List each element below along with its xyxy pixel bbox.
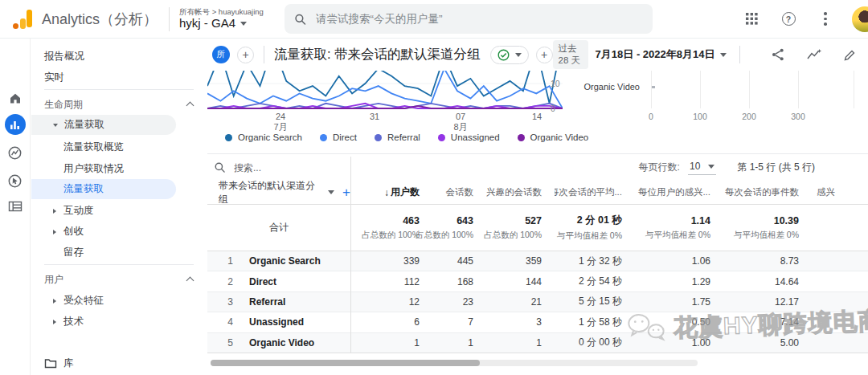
sidebar-section-lifecycle[interactable]: 生命周期 xyxy=(31,95,207,115)
collection-chip[interactable]: 所 xyxy=(212,46,230,63)
row-rank: 5 xyxy=(207,337,233,349)
insights-button[interactable] xyxy=(806,47,822,62)
cell-events_per_session: 14.64 xyxy=(723,276,812,287)
horizontal-scrollbar xyxy=(211,360,698,366)
sidebar-item-library[interactable]: 库 xyxy=(31,353,207,373)
total-users: 463占总数的 100% xyxy=(350,205,432,251)
cell-engaged_per_user: 0.50 xyxy=(635,316,723,328)
table-row: 3Referral1223215 分 15 秒1.7512.17 xyxy=(207,292,868,312)
share-button[interactable] xyxy=(771,47,785,62)
report-main: 所 + 流量获取: 带来会话的默认渠道分组 + 过去 28 天 7月18日 - … xyxy=(207,39,868,375)
sidebar-item-user-acquisition[interactable]: 用户获取情况 xyxy=(31,159,207,179)
cell-engaged_sessions: 21 xyxy=(486,296,555,308)
add-column-button[interactable]: + xyxy=(342,185,350,201)
report-title: 流量获取: 带来会话的默认渠道分组 xyxy=(274,46,481,63)
column-header-avg-engagement[interactable]: 每次会话的平均... xyxy=(555,181,635,205)
scrollbar-thumb[interactable] xyxy=(211,360,480,366)
pencil-icon xyxy=(843,48,857,62)
bar-x-tick: 0 xyxy=(639,112,663,121)
report-header: 所 + 流量获取: 带来会话的默认渠道分组 + 过去 28 天 7月18日 - … xyxy=(207,39,868,71)
cell-users: 6 xyxy=(350,316,432,328)
table-row: 4Unassigned6731 分 58 秒0.507.14 xyxy=(207,312,868,332)
column-header-sessions[interactable]: 会话数 xyxy=(432,181,486,205)
total-engaged-sessions: 527占总数的 100% xyxy=(486,205,555,251)
pagination-range: 第 1-5 行 (共 5 行) xyxy=(737,161,815,174)
bar-chart-category-label: Organic Video xyxy=(558,82,640,92)
line-series-organic-search xyxy=(207,71,563,104)
advertising-icon xyxy=(7,173,23,189)
cell-users: 12 xyxy=(350,296,432,308)
user-avatar[interactable] xyxy=(852,6,868,32)
bar-gridline xyxy=(651,71,652,108)
sidebar-item-realtime[interactable]: 实时 xyxy=(31,67,207,88)
column-header-engaged-per-user[interactable]: 每位用户的感兴... xyxy=(635,181,723,205)
org-switcher-grid-icon[interactable] xyxy=(743,10,760,28)
sidebar-item-engagement[interactable]: 互动度 xyxy=(31,201,207,221)
cell-avg_engagement: 1 分 58 秒 xyxy=(555,316,635,329)
cell-sessions: 445 xyxy=(432,255,486,267)
table-row: 2Direct1121681442 分 54 秒1.2914.64 xyxy=(207,271,868,291)
cell-users: 1 xyxy=(350,337,432,349)
sidebar-item-tech[interactable]: 技术 xyxy=(31,312,207,332)
cell-users: 339 xyxy=(350,255,432,267)
bar-chart: 0100200300 xyxy=(651,71,862,108)
account-property-selector[interactable]: 所有帐号 > huayukuajing hykj - GA4 xyxy=(179,7,264,31)
sidebar-item-monetization[interactable]: 创收 xyxy=(31,222,207,242)
cell-engaged_sessions: 359 xyxy=(486,255,555,267)
cell-engaged_per_user: 1.06 xyxy=(635,255,723,267)
legend-dot xyxy=(518,134,525,141)
legend-item: Direct xyxy=(320,132,357,142)
date-range-value[interactable]: 7月18日 - 2022年8月14日 xyxy=(596,47,715,62)
sidebar-divider xyxy=(44,264,194,265)
bar-gridline xyxy=(798,71,799,108)
column-header-events-per-session[interactable]: 每次会话的事件数 xyxy=(723,181,812,205)
rail-explore-button[interactable] xyxy=(5,142,26,163)
dimension-column-header[interactable]: 带来会话的默认渠道分组 + xyxy=(207,179,350,206)
column-header-engaged-sessions[interactable]: 感兴趣的会话数 xyxy=(486,181,555,205)
cell-sessions: 23 xyxy=(432,296,486,308)
sort-desc-icon: ↓ xyxy=(384,187,389,198)
sidebar-divider xyxy=(44,89,194,90)
sidebar-item-reports-snapshot[interactable]: 报告概况 xyxy=(31,47,207,67)
table-toolbar: 每页行数: 10 第 1-5 行 (共 5 行) xyxy=(207,154,868,181)
triangle-right-icon xyxy=(53,209,56,214)
more-options-button[interactable] xyxy=(817,10,834,28)
total-label: 合计 xyxy=(269,221,289,234)
sidebar-section-user[interactable]: 用户 xyxy=(31,270,207,290)
date-range-zone: 过去 28 天 7月18日 - 2022年8月14日 xyxy=(553,40,857,69)
sidebar-item-acquisition-overview[interactable]: 流量获取概览 xyxy=(31,137,207,157)
report-nav: 报告概况 实时 生命周期 流量获取 流量获取概览 用户获取情况 流量获取 互动度… xyxy=(31,39,207,375)
sidebar-item-acquisition[interactable]: 流量获取 xyxy=(31,115,176,135)
triangle-right-icon xyxy=(53,230,56,234)
edit-button[interactable] xyxy=(843,48,857,62)
rail-home-button[interactable] xyxy=(5,88,26,108)
cell-engaged_per_user: 1.00 xyxy=(635,337,723,349)
help-button[interactable]: ? xyxy=(780,10,797,28)
rows-per-page-select[interactable]: 10 xyxy=(688,160,716,175)
rail-advertising-button[interactable] xyxy=(5,170,26,191)
chevron-up-icon xyxy=(186,277,194,285)
column-header-users[interactable]: ↓ 用户数 xyxy=(350,181,432,205)
cell-sessions: 1 xyxy=(432,337,486,349)
add-comparison-button[interactable]: + xyxy=(536,47,553,63)
cell-avg_engagement: 2 分 54 秒 xyxy=(555,275,635,288)
cell-avg_engagement: 5 分 15 秒 xyxy=(555,295,635,308)
channel-name: Unassigned xyxy=(249,316,304,328)
line-series-direct xyxy=(207,71,563,108)
global-search[interactable] xyxy=(285,4,653,34)
sidebar-item-traffic-acquisition-selected[interactable]: 流量获取 xyxy=(31,179,176,199)
rail-library-button[interactable] xyxy=(5,196,26,217)
search-input[interactable] xyxy=(314,12,643,26)
table-row: 1Organic Search3394453591 分 32 秒1.068.73 xyxy=(207,251,868,271)
report-status-dropdown[interactable] xyxy=(490,46,529,64)
check-circle-icon xyxy=(497,49,510,61)
sidebar-item-retention[interactable]: 留存 xyxy=(31,243,207,263)
table-search-input[interactable] xyxy=(232,161,329,174)
sidebar-item-demographics[interactable]: 受众特征 xyxy=(31,291,207,311)
cell-events_per_session: 5.00 xyxy=(723,337,812,349)
column-header-clipped[interactable]: 感兴 xyxy=(812,181,868,205)
nav-rail xyxy=(0,39,31,375)
rail-reports-button[interactable] xyxy=(5,114,26,135)
add-collection-button[interactable]: + xyxy=(237,47,254,63)
triangle-right-icon xyxy=(53,299,56,304)
